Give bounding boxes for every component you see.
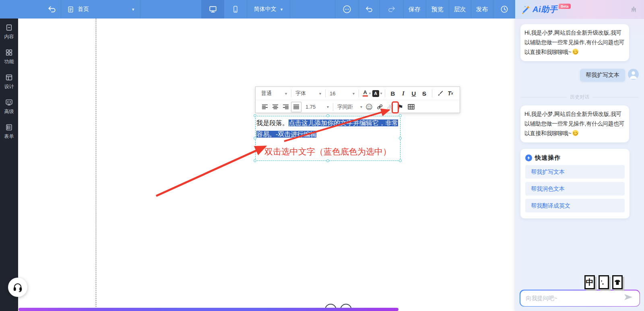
back-arrow-icon bbox=[47, 5, 56, 14]
font-size-dropdown[interactable]: 16▾ bbox=[328, 91, 356, 97]
paragraph-text[interactable]: 我是段落。点击这儿添加你的文字并编辑它，非常容易。-双击进行编辑 bbox=[256, 116, 400, 141]
content-icon bbox=[5, 24, 13, 31]
resize-handle-sw[interactable] bbox=[254, 159, 256, 162]
tshirt-icon bbox=[614, 280, 621, 285]
divider bbox=[325, 89, 326, 97]
resize-handle-s[interactable] bbox=[326, 159, 329, 162]
layout-icon bbox=[5, 74, 13, 81]
page-name: 首页 bbox=[78, 6, 89, 13]
align-right-button[interactable] bbox=[281, 102, 291, 112]
sidebar-item-design[interactable]: 设计 bbox=[0, 70, 18, 93]
user-message-bubble: 帮我扩写文本 bbox=[580, 69, 625, 82]
quick-action-translate-english[interactable]: 帮我翻译成英文 bbox=[525, 199, 625, 212]
sidebar-item-content[interactable]: 内容 bbox=[0, 20, 18, 43]
desktop-view-button[interactable] bbox=[201, 0, 224, 19]
support-button[interactable] bbox=[8, 278, 27, 297]
redo-button[interactable] bbox=[380, 0, 403, 19]
sidebar-item-label: 功能 bbox=[4, 58, 14, 65]
app-window: 首页 ▾ 简体中文 ▾ 保存 预览 层次 bbox=[0, 0, 644, 311]
italic-button[interactable]: I bbox=[398, 88, 409, 99]
publish-button[interactable]: 发布 bbox=[471, 0, 493, 19]
monitor-code-icon bbox=[5, 99, 13, 106]
send-button[interactable] bbox=[623, 293, 633, 303]
clear-format-button[interactable]: Tx bbox=[445, 88, 456, 99]
align-center-button[interactable] bbox=[270, 102, 281, 112]
resize-handle-se[interactable] bbox=[399, 159, 402, 162]
underline-button[interactable]: U bbox=[409, 88, 419, 99]
ai-question-input[interactable] bbox=[520, 290, 640, 306]
layers-button[interactable]: 层次 bbox=[449, 0, 471, 19]
chevron-down-icon: ▾ bbox=[281, 7, 283, 12]
ime-punctuation-button[interactable]: ’。 bbox=[599, 275, 609, 289]
strikethrough-button[interactable]: S bbox=[419, 88, 429, 99]
resize-handle-ne[interactable] bbox=[399, 114, 402, 117]
divider bbox=[291, 89, 291, 97]
preview-button[interactable]: 预览 bbox=[426, 0, 449, 19]
chevron-down-icon: ▾ bbox=[353, 91, 355, 96]
divider-line bbox=[592, 97, 639, 97]
mobile-view-button[interactable] bbox=[224, 0, 247, 19]
history-divider: 历史对话 bbox=[520, 94, 639, 101]
chevron-down-icon: ▾ bbox=[132, 7, 134, 12]
align-center-icon bbox=[272, 104, 279, 109]
arrow-to-text bbox=[156, 147, 264, 196]
sidebar: 内容 功能 设计 高级 表单 bbox=[0, 19, 18, 311]
redo-icon bbox=[388, 5, 396, 13]
sidebar-item-forms[interactable]: 表单 bbox=[0, 120, 18, 143]
save-button[interactable]: 保存 bbox=[403, 0, 426, 19]
clear-history-button[interactable] bbox=[630, 6, 638, 15]
letter-spacing-value: 字间距 bbox=[337, 103, 353, 111]
page-icon bbox=[67, 6, 74, 13]
highlight-color-button[interactable]: A ▾ bbox=[372, 88, 382, 99]
emoji-button[interactable]: ☺ bbox=[364, 102, 374, 112]
page-selector[interactable]: 首页 ▾ bbox=[61, 0, 140, 19]
ai-input-container bbox=[520, 290, 640, 307]
ime-chinese-mode-button[interactable]: 中 bbox=[584, 275, 595, 289]
language-selector[interactable]: 简体中文 ▾ bbox=[247, 0, 290, 19]
divider-line bbox=[520, 97, 567, 97]
ime-skin-button[interactable] bbox=[612, 275, 623, 289]
paragraph-plain-text: 我是段落。 bbox=[256, 119, 289, 126]
sidebar-item-features[interactable]: 功能 bbox=[0, 45, 18, 68]
history-button[interactable] bbox=[493, 0, 515, 19]
sidebar-item-advanced[interactable]: 高级 bbox=[0, 95, 18, 118]
align-left-button[interactable] bbox=[260, 102, 270, 112]
editor-canvas[interactable]: 普通▾ 字体▾ 16▾ A ▾ A ▾ bbox=[18, 19, 515, 311]
paragraph-style-dropdown[interactable]: 普通▾ bbox=[260, 90, 289, 97]
broom-icon bbox=[630, 6, 638, 13]
align-justify-icon bbox=[293, 104, 299, 109]
font-family-dropdown[interactable]: 字体▾ bbox=[294, 90, 323, 97]
bold-button[interactable]: B bbox=[388, 88, 398, 99]
resize-handle-w[interactable] bbox=[254, 137, 256, 140]
resize-handle-e[interactable] bbox=[399, 137, 402, 140]
line-height-dropdown[interactable]: 1.75▾ bbox=[304, 104, 330, 110]
more-options-button[interactable] bbox=[335, 0, 359, 19]
person-icon bbox=[628, 69, 639, 80]
assistant-message-bubble: Hi,我是小梦,网站后台全新升级改版,我可以辅助您做一些常见操作,有什么问题也可… bbox=[520, 24, 629, 61]
desktop-icon bbox=[208, 5, 217, 14]
undo-icon bbox=[365, 5, 373, 13]
resize-handle-n[interactable] bbox=[326, 114, 329, 117]
beta-badge: Beta bbox=[559, 4, 571, 9]
undo-button[interactable] bbox=[359, 0, 380, 19]
user-avatar bbox=[628, 69, 639, 80]
user-message-row: 帮我扩写文本 bbox=[520, 69, 639, 82]
quick-action-polish-text[interactable]: 帮我润色文本 bbox=[525, 182, 625, 196]
quick-action-expand-text[interactable]: 帮我扩写文本 bbox=[525, 165, 625, 179]
resize-handle-nw[interactable] bbox=[254, 114, 256, 117]
text-element[interactable]: 我是段落。点击这儿添加你的文字并编辑它，非常容易。-双击进行编辑 双击选中文字（… bbox=[255, 116, 400, 161]
back-button[interactable] bbox=[45, 0, 59, 19]
divider bbox=[359, 89, 359, 97]
align-left-icon bbox=[262, 104, 268, 109]
ime-chinese-label: 中 bbox=[586, 277, 594, 288]
insert-table-button[interactable] bbox=[406, 102, 416, 112]
font-color-button[interactable]: A ▾ bbox=[361, 88, 372, 99]
insert-link-button[interactable] bbox=[374, 102, 385, 112]
history-clock-icon bbox=[500, 5, 509, 14]
format-painter-button[interactable] bbox=[435, 88, 445, 99]
apps-grid-icon bbox=[5, 49, 13, 56]
table-icon bbox=[408, 104, 415, 110]
topbar: 首页 ▾ 简体中文 ▾ 保存 预览 层次 bbox=[0, 0, 515, 19]
align-justify-button[interactable] bbox=[291, 102, 301, 112]
letter-spacing-dropdown[interactable]: 字间距▾ bbox=[336, 103, 364, 111]
